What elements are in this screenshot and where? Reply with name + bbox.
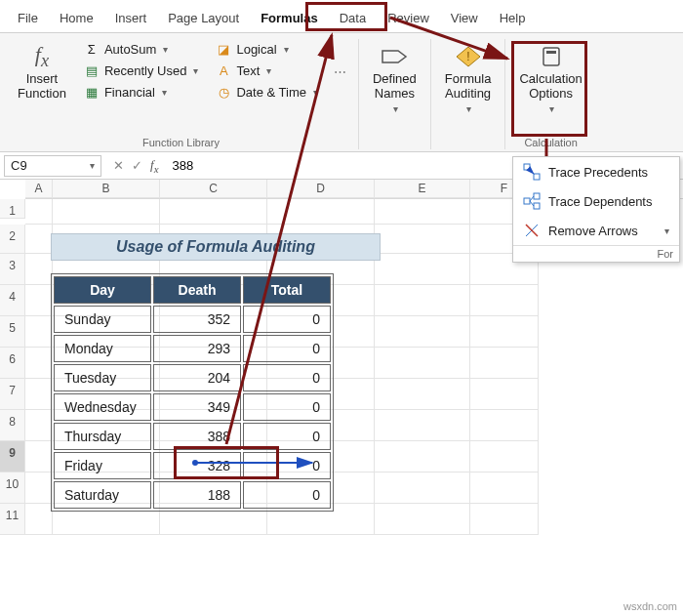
financial-button[interactable]: ▦ Financial ▾ <box>78 82 205 102</box>
cell[interactable] <box>267 199 375 225</box>
cell-death[interactable]: 328 <box>153 452 241 479</box>
cell[interactable] <box>470 410 539 441</box>
row-header-6[interactable]: 6 <box>0 348 25 379</box>
cell[interactable] <box>25 199 53 225</box>
col-header-B[interactable]: B <box>53 180 160 198</box>
cell[interactable] <box>25 472 53 504</box>
col-header-C[interactable]: C <box>160 180 267 198</box>
col-header-A[interactable]: A <box>25 180 53 198</box>
fx-icon[interactable]: fx <box>150 157 158 175</box>
row-header-9[interactable]: 9 <box>0 441 25 472</box>
cell[interactable] <box>375 472 470 504</box>
cell[interactable] <box>470 472 539 504</box>
cell-total[interactable]: 0 <box>243 335 331 362</box>
datetime-button[interactable]: ◷ Date & Time ▾ <box>210 82 324 102</box>
name-box[interactable]: C9 ▾ <box>4 155 101 177</box>
row-header-3[interactable]: 3 <box>0 254 25 285</box>
cell[interactable] <box>160 199 267 225</box>
tab-view[interactable]: View <box>441 5 488 31</box>
cell-total[interactable]: 0 <box>243 452 331 479</box>
cell[interactable] <box>375 225 470 254</box>
cell[interactable] <box>25 316 53 348</box>
cell[interactable] <box>375 379 470 410</box>
th-death: Death <box>153 276 241 304</box>
cell[interactable] <box>53 199 160 225</box>
logical-button[interactable]: ◪ Logical ▾ <box>210 39 324 59</box>
row-header-1[interactable]: 1 <box>0 199 25 219</box>
text-icon: A <box>216 62 231 78</box>
row-header-7[interactable]: 7 <box>0 379 25 410</box>
cell-death[interactable]: 349 <box>153 393 241 421</box>
insert-function-button[interactable]: fx Insert Function <box>12 39 72 105</box>
cell[interactable] <box>25 504 53 535</box>
tab-review[interactable]: Review <box>378 5 439 31</box>
cell[interactable] <box>470 348 539 379</box>
menu-trace-dependents[interactable]: Trace Dependents <box>513 186 679 216</box>
col-header-D[interactable]: D <box>267 180 375 198</box>
cell-death[interactable]: 204 <box>153 364 241 391</box>
tab-page-layout[interactable]: Page Layout <box>158 5 249 31</box>
calculation-options-button[interactable]: Calculation Options ▾ <box>513 39 587 118</box>
cell[interactable] <box>25 348 53 379</box>
menu-trace-precedents[interactable]: Trace Precedents <box>513 157 679 186</box>
cell[interactable] <box>470 316 539 348</box>
cell[interactable] <box>25 410 53 441</box>
cell[interactable] <box>375 285 470 316</box>
row-header-8[interactable]: 8 <box>0 410 25 441</box>
chevron-down-icon: ▾ <box>313 87 318 98</box>
tab-file[interactable]: File <box>8 5 48 31</box>
cell-total[interactable]: 0 <box>243 423 331 450</box>
cell[interactable] <box>470 441 539 472</box>
cell-day[interactable]: Thursday <box>54 423 151 450</box>
autosum-button[interactable]: Σ AutoSum ▾ <box>78 39 205 59</box>
cell[interactable] <box>375 316 470 348</box>
cell[interactable] <box>375 410 470 441</box>
tab-home[interactable]: Home <box>50 5 103 31</box>
cell[interactable] <box>375 348 470 379</box>
cell-death[interactable]: 293 <box>153 335 241 362</box>
cell-day[interactable]: Sunday <box>54 306 151 333</box>
tab-insert[interactable]: Insert <box>105 5 157 31</box>
confirm-icon[interactable]: ✓ <box>132 158 142 173</box>
cell-death[interactable]: 388 <box>153 423 241 450</box>
defined-names-button[interactable]: Defined Names ▾ <box>367 39 422 118</box>
cell-day[interactable]: Friday <box>54 452 151 479</box>
cell[interactable] <box>375 441 470 472</box>
text-button[interactable]: A Text ▾ <box>210 61 324 80</box>
menu-remove-arrows[interactable]: Remove Arrows ▾ <box>513 216 679 245</box>
row-header-4[interactable]: 4 <box>0 285 25 316</box>
tab-formulas[interactable]: Formulas <box>251 5 328 31</box>
cell[interactable] <box>375 199 470 225</box>
cell[interactable] <box>25 225 53 254</box>
chevron-down-icon: ▾ <box>393 103 398 115</box>
cell-death[interactable]: 352 <box>153 306 241 333</box>
row-header-11[interactable]: 11 <box>0 504 25 535</box>
cell-day[interactable]: Tuesday <box>54 364 151 391</box>
tab-data[interactable]: Data <box>330 5 376 31</box>
cell[interactable] <box>25 285 53 316</box>
cancel-icon[interactable]: ✕ <box>113 158 124 173</box>
formula-auditing-button[interactable]: ! Formula Auditing ▾ <box>439 39 498 118</box>
cell[interactable] <box>375 254 470 285</box>
cell[interactable] <box>25 254 53 285</box>
cell[interactable] <box>470 285 539 316</box>
row-header-10[interactable]: 10 <box>0 472 25 504</box>
cell-total[interactable]: 0 <box>243 393 331 421</box>
cell-death[interactable]: 188 <box>153 481 241 509</box>
cell[interactable] <box>470 504 539 535</box>
recently-used-button[interactable]: ▤ Recently Used ▾ <box>78 61 205 80</box>
cell[interactable] <box>470 379 539 410</box>
cell-day[interactable]: Monday <box>54 335 151 362</box>
cell-total[interactable]: 0 <box>243 481 331 509</box>
cell[interactable] <box>375 504 470 535</box>
cell-total[interactable]: 0 <box>243 306 331 333</box>
row-header-5[interactable]: 5 <box>0 316 25 348</box>
cell[interactable] <box>25 441 53 472</box>
col-header-E[interactable]: E <box>375 180 470 198</box>
cell-day[interactable]: Wednesday <box>54 393 151 421</box>
row-header-2[interactable]: 2 <box>0 225 25 254</box>
cell-total[interactable]: 0 <box>243 364 331 391</box>
cell-day[interactable]: Saturday <box>54 481 151 509</box>
cell[interactable] <box>25 379 53 410</box>
tab-help[interactable]: Help <box>490 5 536 31</box>
